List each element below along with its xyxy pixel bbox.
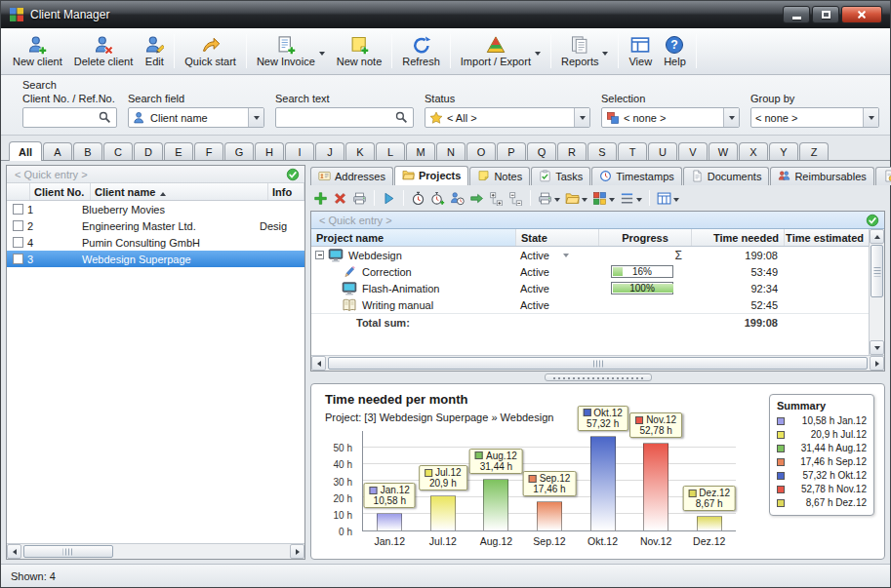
alpha-tab-d[interactable]: D [134, 142, 163, 160]
folder-button[interactable] [563, 188, 589, 209]
column-header-project-name[interactable]: Project name [311, 229, 516, 246]
expand-all-button[interactable] [487, 188, 506, 209]
alpha-tab-c[interactable]: C [103, 142, 133, 160]
tab-tasks[interactable]: Tasks [531, 167, 590, 185]
column-header-client-name[interactable]: Client name [91, 183, 268, 200]
scrollbar-track[interactable] [326, 356, 870, 371]
run-button[interactable] [380, 188, 398, 209]
scroll-right-button[interactable] [290, 544, 304, 559]
column-header-state[interactable]: State [516, 229, 599, 246]
collapse-all-button[interactable] [506, 188, 525, 209]
client-row[interactable]: 1Blueberry Movies [7, 201, 304, 217]
alpha-tab-u[interactable]: U [648, 142, 677, 160]
alpha-tab-j[interactable]: J [315, 142, 344, 160]
scrollbar-thumb[interactable] [328, 357, 868, 370]
titlebar[interactable]: Client Manager [1, 1, 890, 28]
columns-button[interactable] [655, 188, 681, 209]
new-invoice-button[interactable]: New Invoice [251, 30, 331, 72]
dropdown-arrow-icon[interactable] [535, 46, 541, 58]
project-row[interactable]: WebdesignActiveΣ199:08 [311, 247, 869, 263]
scroll-left-button[interactable] [311, 356, 326, 371]
dropdown-arrow-icon[interactable] [609, 192, 615, 204]
tab-projects[interactable]: Projects [394, 166, 468, 185]
reports-button[interactable]: Reports [555, 30, 615, 72]
scroll-down-button[interactable] [870, 340, 884, 355]
alpha-tab-w[interactable]: W [709, 142, 738, 160]
search-field-combo[interactable]: Client name [128, 107, 264, 128]
confirm-check-icon[interactable] [866, 214, 879, 227]
column-header-checkbox[interactable] [7, 183, 30, 200]
dropdown-arrow-icon[interactable] [319, 46, 325, 58]
edit-button[interactable]: Edit [139, 30, 170, 72]
dropdown-arrow-icon[interactable] [554, 192, 560, 204]
rows-button[interactable] [618, 188, 644, 209]
project-row[interactable]: Flash-AnimationActive100%92:34 [311, 280, 869, 296]
row-checkbox[interactable] [13, 204, 23, 215]
new-client-button[interactable]: New client [7, 30, 68, 72]
row-checkbox[interactable] [13, 237, 23, 248]
tab-notes[interactable]: Notes [469, 167, 530, 185]
new-note-button[interactable]: New note [331, 30, 387, 72]
tab-documents[interactable]: Documents [683, 167, 770, 185]
help-button[interactable]: ?Help [658, 30, 692, 72]
combo-dropdown-icon[interactable] [723, 108, 739, 127]
alpha-tab-s[interactable]: S [587, 142, 617, 160]
alpha-tab-i[interactable]: I [285, 142, 314, 160]
alpha-tab-q[interactable]: Q [527, 142, 556, 160]
tab-timestamps[interactable]: Timestamps [591, 167, 682, 185]
scroll-left-button[interactable] [7, 544, 21, 559]
colors-button[interactable] [590, 188, 617, 209]
search-text-input[interactable] [275, 107, 414, 128]
column-header-info[interactable]: Info [268, 183, 304, 200]
alpha-tab-m[interactable]: M [406, 142, 435, 160]
alpha-tab-p[interactable]: P [497, 142, 526, 160]
scroll-up-button[interactable] [870, 229, 884, 244]
client-horizontal-scrollbar[interactable] [7, 543, 304, 559]
confirm-check-icon[interactable] [286, 168, 300, 181]
status-combo[interactable]: < All > [425, 107, 590, 128]
stopwatch-button[interactable] [409, 188, 427, 209]
client-no-ref-no-input[interactable] [22, 107, 117, 128]
maximize-button[interactable] [812, 6, 839, 23]
state-dropdown-icon[interactable] [563, 254, 569, 257]
alpha-tab-b[interactable]: B [73, 142, 102, 160]
combo-dropdown-icon[interactable] [248, 108, 263, 127]
client-quick-entry-row[interactable]: < Quick entry > [7, 166, 304, 183]
row-checkbox[interactable] [13, 254, 23, 264]
alpha-tab-r[interactable]: R [557, 142, 587, 160]
text-input[interactable] [280, 112, 391, 124]
combo-dropdown-icon[interactable] [863, 108, 878, 127]
column-header-time-estimated[interactable]: Time estimated [785, 229, 869, 246]
assign-button[interactable] [467, 188, 486, 209]
scrollbar-thumb[interactable] [871, 245, 883, 297]
splitter[interactable] [310, 372, 885, 383]
alpha-tab-x[interactable]: X [739, 142, 768, 160]
minimize-button[interactable] [783, 6, 810, 23]
alpha-tab-o[interactable]: O [466, 142, 496, 160]
close-button[interactable] [841, 6, 882, 23]
projects-horizontal-scrollbar[interactable] [311, 355, 884, 371]
stopwatch-add-button[interactable] [428, 188, 447, 209]
delete-client-button[interactable]: Delete client [68, 30, 140, 72]
delete-button[interactable] [331, 188, 349, 209]
alpha-tab-a[interactable]: A [43, 142, 72, 160]
client-row[interactable]: 3Webdesign Superpage [7, 251, 304, 267]
user-clock-button[interactable] [448, 188, 466, 209]
selection-combo[interactable]: < none > [601, 107, 740, 128]
column-header-time-needed[interactable]: Time needed [692, 229, 785, 246]
combo-dropdown-icon[interactable] [574, 108, 589, 127]
scrollbar-track[interactable] [21, 544, 290, 559]
row-checkbox[interactable] [13, 220, 23, 231]
scrollbar-thumb[interactable] [23, 545, 113, 558]
tab-reimbursables[interactable]: Reimbursables [770, 167, 873, 185]
alpha-tab-n[interactable]: N [436, 142, 466, 160]
alpha-tab-y[interactable]: Y [769, 142, 798, 160]
project-row[interactable]: CorrectionActive16%53:49 [311, 263, 869, 280]
alpha-tab-e[interactable]: E [164, 142, 193, 160]
column-header-progress[interactable]: Progress [599, 229, 692, 246]
column-header-client-no[interactable]: Client No. [30, 183, 91, 200]
alpha-tab-f[interactable]: F [194, 142, 223, 160]
alpha-tab-z[interactable]: Z [799, 142, 829, 160]
dropdown-arrow-icon[interactable] [582, 192, 587, 204]
dropdown-arrow-icon[interactable] [636, 192, 642, 204]
